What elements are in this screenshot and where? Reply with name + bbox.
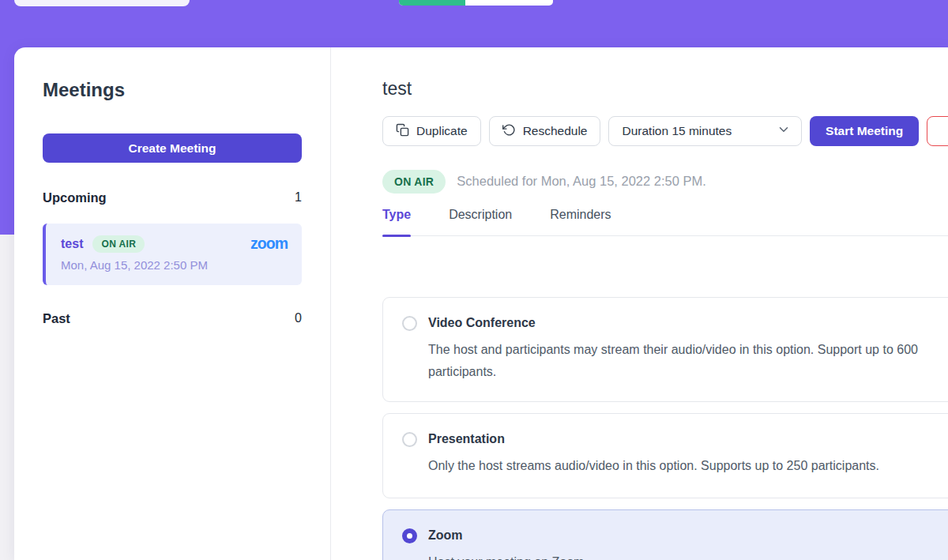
tab-type-label: Type — [382, 208, 411, 221]
tab-description[interactable]: Description — [449, 207, 512, 235]
start-meeting-button[interactable]: Start Meeting — [810, 116, 919, 146]
option-presentation[interactable]: Presentation Only the host streams audio… — [382, 413, 948, 498]
meeting-type-options: Video Conference The host and participan… — [382, 297, 948, 560]
meeting-detail-panel: test Duplicate Reschedule Duration 15 mi… — [382, 47, 948, 560]
progress-fill — [399, 0, 465, 6]
option-title: Zoom — [428, 527, 584, 544]
option-title: Presentation — [428, 430, 879, 448]
delete-meeting-button[interactable] — [927, 116, 948, 146]
option-description: The host and participants may stream the… — [428, 339, 918, 383]
meeting-name: test — [61, 237, 83, 251]
past-count: 0 — [295, 311, 302, 325]
zoom-logo: zoom — [250, 235, 288, 253]
upcoming-label: Upcoming — [43, 190, 107, 205]
option-presentation-body: Presentation Only the host streams audio… — [428, 430, 879, 479]
duration-select[interactable]: Duration 15 minutes — [608, 116, 802, 146]
option-zoom-body: Zoom Host your meeting on Zoom — [428, 527, 584, 560]
description-line: Host your meeting on Zoom — [428, 551, 584, 560]
sidebar-divider — [330, 47, 331, 560]
radio-video-conference[interactable] — [402, 316, 417, 331]
tab-reminders-label: Reminders — [550, 208, 611, 221]
meeting-title: test — [382, 77, 948, 100]
app-window: Meetings Create Meeting Upcoming 1 test … — [0, 0, 948, 560]
reschedule-label: Reschedule — [523, 124, 588, 138]
content-card: Meetings Create Meeting Upcoming 1 test … — [14, 47, 948, 560]
tab-description-label: Description — [449, 208, 512, 221]
status-row: ON AIR Scheduled for Mon, Aug 15, 2022 2… — [382, 169, 948, 194]
duplicate-label: Duplicate — [416, 124, 468, 138]
radio-zoom-selected[interactable] — [402, 528, 417, 543]
radio-presentation[interactable] — [402, 432, 417, 447]
meeting-toolbar: Duplicate Reschedule Duration 15 minutes… — [382, 116, 948, 146]
chevron-down-icon — [777, 122, 791, 140]
option-description: Only the host streams audio/video in thi… — [428, 455, 879, 477]
option-title: Video Conference — [428, 314, 918, 332]
upcoming-count: 1 — [295, 190, 302, 205]
rotate-ccw-icon — [502, 123, 516, 140]
meetings-sidebar: Meetings Create Meeting Upcoming 1 test … — [14, 47, 330, 560]
past-section-header: Past 0 — [43, 310, 302, 327]
meeting-list-item[interactable]: test ON AIR zoom Mon, Aug 15, 2022 2:50 … — [43, 224, 302, 285]
description-line: participants. — [428, 361, 918, 383]
meeting-datetime: Mon, Aug 15, 2022 2:50 PM — [61, 258, 288, 272]
tab-type[interactable]: Type — [382, 207, 411, 235]
active-tab-underline — [382, 235, 411, 237]
option-zoom[interactable]: Zoom Host your meeting on Zoom — [382, 509, 948, 560]
copy-icon — [396, 123, 409, 140]
upcoming-section-header: Upcoming 1 — [43, 189, 302, 206]
past-label: Past — [43, 311, 70, 326]
sidebar-title: Meetings — [43, 79, 302, 101]
description-line: Only the host streams audio/video in thi… — [428, 455, 879, 477]
duplicate-button[interactable]: Duplicate — [382, 116, 481, 146]
on-air-badge: ON AIR — [92, 235, 145, 253]
option-video-conference-body: Video Conference The host and participan… — [428, 314, 918, 383]
option-description: Host your meeting on Zoom — [428, 551, 584, 560]
meeting-item-top-row: test ON AIR zoom — [61, 235, 288, 253]
description-line: The host and participants may stream the… — [428, 339, 918, 361]
option-video-conference[interactable]: Video Conference The host and participan… — [382, 297, 948, 402]
tab-reminders[interactable]: Reminders — [550, 207, 611, 235]
duration-value: Duration 15 minutes — [622, 124, 732, 138]
on-air-status-badge: ON AIR — [382, 170, 446, 194]
reschedule-button[interactable]: Reschedule — [489, 116, 601, 146]
detail-tabs: Type Description Reminders — [382, 207, 948, 236]
create-meeting-button[interactable]: Create Meeting — [43, 133, 302, 163]
top-left-panel-fragment — [14, 0, 190, 6]
scheduled-text: Scheduled for Mon, Aug 15, 2022 2:50 PM. — [457, 174, 706, 189]
top-progress-bar — [399, 0, 553, 6]
